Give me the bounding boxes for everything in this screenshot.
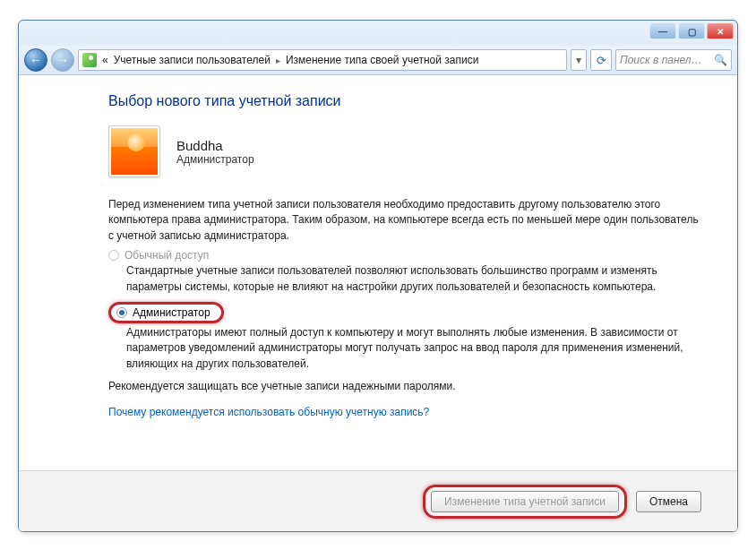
search-input[interactable]: Поиск в панел… 🔍 xyxy=(615,49,732,71)
forward-button[interactable]: → xyxy=(51,48,74,72)
radio-standard[interactable] xyxy=(108,250,119,261)
maximize-button[interactable]: ▢ xyxy=(678,23,705,39)
user-info: Buddha Администратор xyxy=(108,125,701,177)
refresh-button[interactable]: ⟳ xyxy=(590,49,612,71)
option-standard-head[interactable]: Обычный доступ xyxy=(108,249,701,262)
breadcrumb-item[interactable]: Изменение типа своей учетной записи xyxy=(286,54,478,66)
breadcrumb[interactable]: « Учетные записи пользователей ▸ Изменен… xyxy=(78,49,567,71)
recommend-text: Рекомендуется защищать все учетные запис… xyxy=(108,379,701,394)
breadcrumb-item[interactable]: Учетные записи пользователей xyxy=(114,54,271,66)
option-standard: Обычный доступ Стандартные учетные запис… xyxy=(108,249,701,295)
apply-highlight: Изменение типа учетной записи xyxy=(423,485,627,519)
option-admin: Администратор Администраторы имеют полны… xyxy=(108,302,701,372)
address-bar: ← → « Учетные записи пользователей ▸ Изм… xyxy=(19,46,737,75)
close-button[interactable]: ✕ xyxy=(707,23,734,39)
minimize-button[interactable]: — xyxy=(649,23,676,39)
footer: Изменение типа учетной записи Отмена xyxy=(19,470,737,531)
page-title: Выбор нового типа учетной записи xyxy=(108,93,701,109)
intro-text: Перед изменением типа учетной записи пол… xyxy=(108,197,701,244)
option-admin-label[interactable]: Администратор xyxy=(133,306,210,319)
search-icon: 🔍 xyxy=(714,54,727,66)
content-area: Выбор нового типа учетной записи Buddha … xyxy=(19,75,737,531)
search-placeholder: Поиск в панел… xyxy=(620,54,702,66)
user-role: Администратор xyxy=(176,153,254,166)
option-standard-label: Обычный доступ xyxy=(125,249,209,262)
chevron-right-icon: ▸ xyxy=(276,56,280,65)
apply-button[interactable]: Изменение типа учетной записи xyxy=(431,491,619,512)
option-standard-desc: Стандартные учетные записи пользователей… xyxy=(126,263,701,295)
option-admin-highlight: Администратор xyxy=(108,302,224,323)
radio-admin[interactable] xyxy=(116,307,127,318)
why-standard-link[interactable]: Почему рекомендуется использовать обычну… xyxy=(108,406,429,418)
cancel-button[interactable]: Отмена xyxy=(636,491,701,512)
back-button[interactable]: ← xyxy=(24,48,47,72)
breadcrumb-chevron: « xyxy=(102,54,108,66)
user-accounts-icon xyxy=(82,53,97,67)
avatar xyxy=(108,125,160,177)
option-admin-desc: Администраторы имеют полный доступ к ком… xyxy=(126,325,701,372)
titlebar: — ▢ ✕ xyxy=(19,21,737,46)
window-frame: — ▢ ✕ ← → « Учетные записи пользователей… xyxy=(18,20,738,532)
user-name: Buddha xyxy=(176,138,254,153)
